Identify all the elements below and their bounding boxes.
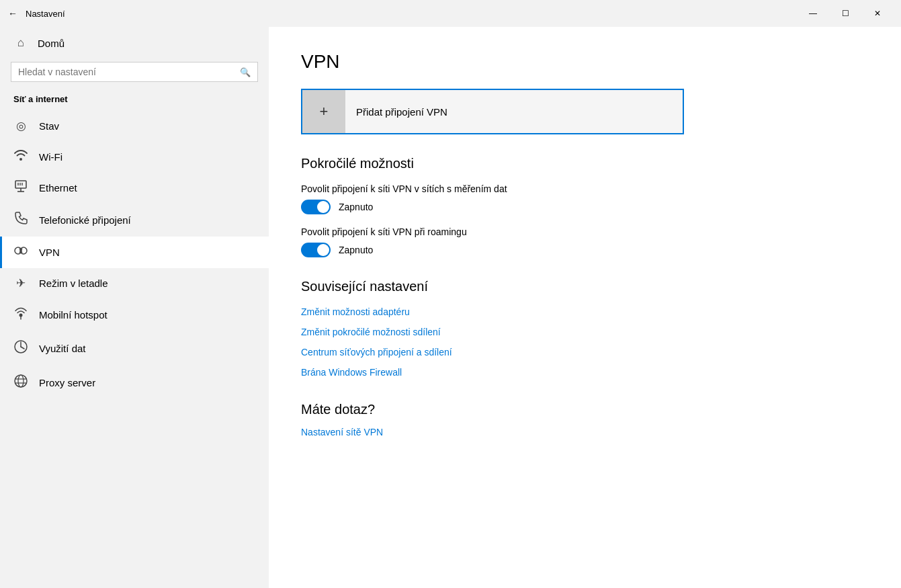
sidebar-item-label: Stav [39, 120, 59, 132]
toggle2-label: Povolit připojení k síti VPN při roaming… [301, 226, 869, 237]
wifi-icon [13, 149, 28, 164]
add-vpn-label: Přidat připojení VPN [356, 106, 447, 118]
proxy-icon [13, 374, 28, 392]
toggle1-container: Zapnuto [301, 200, 869, 214]
sidebar-item-rezim[interactable]: ✈ Režim v letadle [0, 268, 269, 298]
stav-icon: ◎ [13, 119, 28, 133]
sidebar-item-telefonicke[interactable]: Telefonické připojení [0, 204, 269, 237]
link-sharing-options[interactable]: Změnit pokročilé možnosti sdílení [301, 327, 869, 337]
link-firewall[interactable]: Brána Windows Firewall [301, 367, 869, 378]
sidebar: ⌂ Domů 🔍 Síť a internet ◎ Stav Wi-Fi [0, 27, 269, 588]
vpn-icon [13, 245, 28, 260]
sidebar-item-vpn[interactable]: VPN [0, 237, 269, 268]
link-adapter-options[interactable]: Změnit možnosti adaptéru [301, 306, 869, 317]
toggle-row-metered: Povolit připojení k síti VPN v sítích s … [301, 183, 869, 214]
related-section: Související nastavení Změnit možnosti ad… [301, 279, 869, 378]
app-body: ⌂ Domů 🔍 Síť a internet ◎ Stav Wi-Fi [0, 27, 901, 588]
sidebar-item-label: Telefonické připojení [39, 214, 131, 226]
page-title: VPN [301, 51, 869, 73]
telefonicke-icon [13, 212, 28, 228]
svg-point-12 [18, 375, 24, 387]
advanced-section-title: Pokročilé možnosti [301, 156, 869, 171]
window-controls: — ☐ ✕ [798, 3, 893, 24]
hotspot-icon [13, 306, 28, 323]
add-vpn-plus-icon: + [302, 90, 345, 133]
sidebar-item-label: Mobilní hotspot [39, 309, 108, 321]
toggle2-switch[interactable] [301, 243, 331, 257]
window-title: Nastavení [26, 9, 798, 19]
link-vpn-settings[interactable]: Nastavení sítě VPN [301, 427, 869, 437]
sidebar-item-ethernet[interactable]: Ethernet [0, 172, 269, 204]
sidebar-item-label: VPN [39, 247, 60, 258]
sidebar-item-vyuziti[interactable]: Využití dat [0, 331, 269, 366]
search-input[interactable] [18, 67, 240, 77]
maximize-button[interactable]: ☐ [830, 3, 861, 24]
toggle2-value: Zapnuto [339, 245, 373, 255]
toggle-row-roaming: Povolit připojení k síti VPN při roaming… [301, 226, 869, 257]
search-icon: 🔍 [240, 67, 251, 77]
sidebar-item-stav[interactable]: ◎ Stav [0, 111, 269, 141]
sidebar-section-title: Síť a internet [0, 90, 269, 111]
question-title: Máte dotaz? [301, 402, 869, 417]
sidebar-item-label: Využití dat [39, 343, 85, 354]
toggle2-container: Zapnuto [301, 243, 869, 257]
question-section: Máte dotaz? Nastavení sítě VPN [301, 402, 869, 437]
sidebar-item-label: Režim v letadle [39, 278, 108, 289]
sidebar-item-label: Wi-Fi [39, 151, 62, 163]
sidebar-item-proxy[interactable]: Proxy server [0, 366, 269, 400]
sidebar-item-hotspot[interactable]: Mobilní hotspot [0, 298, 269, 331]
sidebar-item-wifi[interactable]: Wi-Fi [0, 141, 269, 172]
related-section-title: Související nastavení [301, 279, 869, 294]
main-content: VPN + Přidat připojení VPN Pokročilé mož… [269, 27, 901, 588]
close-button[interactable]: ✕ [862, 3, 893, 24]
link-network-center[interactable]: Centrum síťových připojení a sdílení [301, 347, 869, 358]
vyuziti-icon [13, 339, 28, 358]
toggle1-value: Zapnuto [339, 202, 373, 212]
add-vpn-button[interactable]: + Přidat připojení VPN [301, 89, 684, 134]
svg-rect-0 [15, 181, 26, 188]
toggle1-label: Povolit připojení k síti VPN v sítích s … [301, 183, 869, 194]
minimize-button[interactable]: — [798, 3, 828, 24]
sidebar-item-label: Ethernet [39, 182, 77, 194]
sidebar-item-label: Proxy server [39, 377, 95, 388]
toggle1-switch[interactable] [301, 200, 331, 214]
home-icon: ⌂ [13, 36, 28, 50]
airplane-icon: ✈ [13, 276, 28, 290]
ethernet-icon [13, 180, 28, 196]
title-bar: ← Nastavení — ☐ ✕ [0, 0, 901, 27]
sidebar-item-home[interactable]: ⌂ Domů [0, 27, 269, 59]
sidebar-home-label: Domů [38, 38, 65, 49]
svg-point-11 [15, 375, 27, 387]
sidebar-search[interactable]: 🔍 [11, 62, 258, 82]
back-button[interactable]: ← [8, 8, 17, 19]
